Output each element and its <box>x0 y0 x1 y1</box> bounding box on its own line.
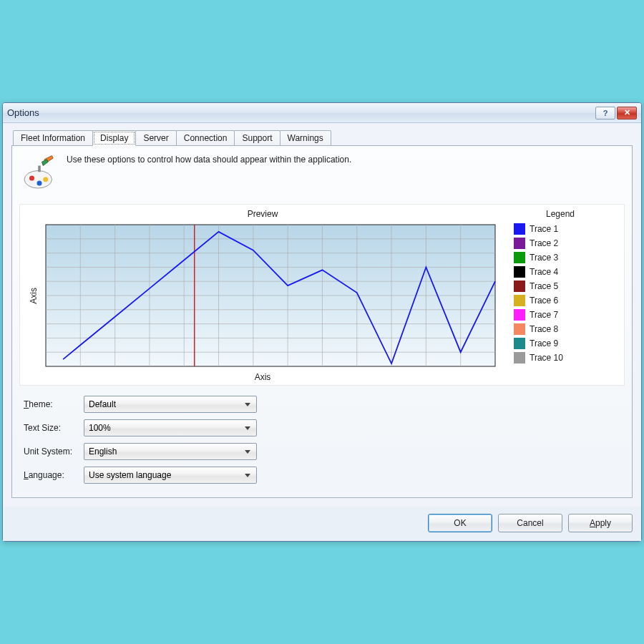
field-text-size: Text Size: 100% <box>24 419 625 436</box>
legend-swatch <box>514 266 525 278</box>
tab-strip: Fleet InformationDisplayServerConnection… <box>11 130 633 146</box>
legend-swatch <box>514 252 525 263</box>
theme-label: Theme: <box>24 399 84 409</box>
legend-swatch <box>514 352 525 364</box>
close-button[interactable]: ✕ <box>617 107 637 119</box>
preview-block: Preview Axis Axis Legend Trace 1Trace 2T… <box>19 204 625 386</box>
legend-swatch <box>514 280 525 292</box>
help-icon: ? <box>603 109 608 117</box>
field-theme: Theme: Default <box>24 396 625 413</box>
legend-label: Trace 1 <box>530 224 558 234</box>
language-label: Language: <box>24 470 84 480</box>
tab-fleet-information[interactable]: Fleet Information <box>13 130 93 146</box>
unit-system-dropdown[interactable]: English <box>84 443 257 460</box>
content-area: Fleet InformationDisplayServerConnection… <box>3 123 641 507</box>
legend-swatch <box>514 309 525 321</box>
legend-label: Trace 7 <box>530 310 558 320</box>
legend-label: Trace 5 <box>530 281 558 291</box>
palette-icon <box>19 153 59 195</box>
options-dialog: Options ? ✕ Fleet InformationDisplayServ… <box>2 102 642 542</box>
description-row: Use these options to control how data sh… <box>19 153 625 195</box>
legend-title: Legend <box>514 209 600 219</box>
tab-server[interactable]: Server <box>135 130 176 146</box>
legend-item-3: Trace 3 <box>514 252 600 263</box>
tab-connection[interactable]: Connection <box>176 130 235 146</box>
apply-underline: A <box>590 518 595 528</box>
legend-item-10: Trace 10 <box>514 352 600 364</box>
theme-dropdown[interactable]: Default <box>84 396 257 413</box>
legend-item-8: Trace 8 <box>514 323 600 335</box>
legend-label: Trace 6 <box>530 296 558 306</box>
tab-support[interactable]: Support <box>234 130 280 146</box>
legend-swatch <box>514 295 525 306</box>
legend-swatch <box>514 338 525 349</box>
preview-title: Preview <box>26 209 499 219</box>
help-button[interactable]: ? <box>595 107 615 119</box>
legend-item-6: Trace 6 <box>514 295 600 306</box>
svg-point-1 <box>29 176 34 181</box>
tab-warnings[interactable]: Warnings <box>280 130 331 146</box>
legend-item-7: Trace 7 <box>514 309 600 321</box>
legend-item-9: Trace 9 <box>514 338 600 349</box>
svg-point-2 <box>37 181 42 186</box>
x-axis-label: Axis <box>26 372 499 382</box>
legend-swatch <box>514 238 525 249</box>
tab-display[interactable]: Display <box>92 130 136 146</box>
unit-system-label: Unit System: <box>24 447 84 457</box>
svg-rect-4 <box>38 166 41 172</box>
y-axis-label: Axis <box>26 288 42 304</box>
titlebar: Options ? ✕ <box>3 103 641 123</box>
tab-panel-display: Use these options to control how data sh… <box>11 145 633 498</box>
legend: Legend Trace 1Trace 2Trace 3Trace 4Trace… <box>499 209 600 382</box>
field-language: Language: Use system language <box>24 467 625 484</box>
ok-button[interactable]: OK <box>428 514 492 532</box>
legend-label: Trace 3 <box>530 253 558 263</box>
display-fields: Theme: Default Text Size: 100% Unit Syst… <box>24 396 625 484</box>
legend-item-1: Trace 1 <box>514 223 600 235</box>
field-unit-system: Unit System: English <box>24 443 625 460</box>
apply-button[interactable]: Apply <box>568 514 633 532</box>
legend-label: Trace 8 <box>530 324 558 334</box>
legend-label: Trace 9 <box>530 338 558 348</box>
legend-item-2: Trace 2 <box>514 238 600 249</box>
dialog-buttons: OK Cancel Apply <box>3 507 641 541</box>
language-dropdown[interactable]: Use system language <box>84 467 257 484</box>
panel-description: Use these options to control how data sh… <box>67 153 351 165</box>
legend-swatch <box>514 223 525 235</box>
legend-label: Trace 4 <box>530 267 558 277</box>
legend-label: Trace 2 <box>530 238 558 248</box>
text-size-label: Text Size: <box>24 423 84 433</box>
preview-chart <box>42 220 499 371</box>
legend-swatch <box>514 323 525 335</box>
window-title: Options <box>7 107 594 118</box>
cancel-button[interactable]: Cancel <box>498 514 562 532</box>
chart-wrap: Preview Axis Axis <box>26 209 499 382</box>
close-icon: ✕ <box>624 108 630 117</box>
legend-label: Trace 10 <box>530 353 563 363</box>
legend-item-5: Trace 5 <box>514 280 600 292</box>
text-size-dropdown[interactable]: 100% <box>84 419 257 436</box>
legend-item-4: Trace 4 <box>514 266 600 278</box>
svg-point-3 <box>43 177 48 182</box>
